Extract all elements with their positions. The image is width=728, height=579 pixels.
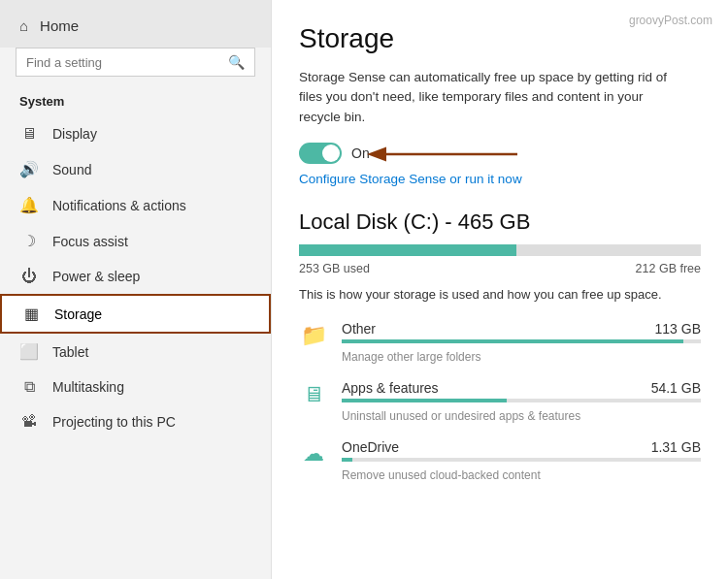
sidebar: ⌂ Home 🔍 System 🖥 Display 🔊 Sound 🔔 Noti… bbox=[0, 0, 272, 579]
sidebar-item-label: Storage bbox=[54, 306, 102, 322]
storage-description: Storage Sense can automatically free up … bbox=[299, 68, 687, 127]
other-details: Other 113 GB Manage other large folders bbox=[342, 321, 701, 365]
apps-header: Apps & features 54.1 GB bbox=[342, 380, 701, 396]
arrow-annotation bbox=[352, 133, 527, 176]
apps-bar-fill bbox=[342, 399, 507, 402]
toggle-label: On bbox=[351, 145, 370, 161]
main-content: groovyPost.com Storage Storage Sense can… bbox=[272, 0, 728, 579]
storage-item-other[interactable]: 📁 Other 113 GB Manage other large folder… bbox=[299, 321, 701, 365]
sidebar-item-multitasking[interactable]: ⧉ Multitasking bbox=[0, 370, 271, 404]
disk-info-text: This is how your storage is used and how… bbox=[299, 285, 701, 305]
sidebar-item-label: Projecting to this PC bbox=[52, 414, 176, 430]
search-input[interactable] bbox=[26, 55, 220, 70]
onedrive-subtitle: Remove unused cloud-backed content bbox=[342, 468, 541, 482]
disk-section-title: Local Disk (C:) - 465 GB bbox=[299, 209, 701, 235]
onedrive-icon: ☁ bbox=[299, 441, 328, 466]
configure-link[interactable]: Configure Storage Sense or run it now bbox=[299, 172, 522, 186]
apps-name: Apps & features bbox=[342, 380, 439, 396]
apps-subtitle: Uninstall unused or undesired apps & fea… bbox=[342, 409, 580, 423]
apps-size: 54.1 GB bbox=[651, 380, 701, 396]
watermark: groovyPost.com bbox=[629, 14, 712, 27]
sidebar-item-notifications[interactable]: 🔔 Notifications & actions bbox=[0, 187, 271, 223]
tablet-icon: ⬜ bbox=[19, 342, 39, 361]
disk-used-label: 253 GB used bbox=[299, 262, 370, 275]
storage-icon: ▦ bbox=[21, 305, 41, 323]
disk-free-label: 212 GB free bbox=[636, 262, 701, 275]
notifications-icon: 🔔 bbox=[19, 196, 39, 214]
disk-usage-bar bbox=[299, 244, 701, 256]
sidebar-item-label: Focus assist bbox=[52, 234, 128, 249]
onedrive-size: 1.31 GB bbox=[651, 439, 701, 455]
onedrive-bar-fill bbox=[342, 458, 352, 462]
onedrive-name: OneDrive bbox=[342, 439, 399, 455]
onedrive-bar bbox=[342, 458, 701, 462]
other-size: 113 GB bbox=[655, 321, 701, 337]
sidebar-item-tablet[interactable]: ⬜ Tablet bbox=[0, 334, 271, 370]
apps-details: Apps & features 54.1 GB Uninstall unused… bbox=[342, 380, 701, 424]
sidebar-item-label: Sound bbox=[52, 162, 91, 177]
other-header: Other 113 GB bbox=[342, 321, 701, 337]
projecting-icon: 📽 bbox=[19, 413, 39, 431]
other-icon: 📁 bbox=[299, 323, 328, 348]
disk-used-bar-fill bbox=[299, 244, 516, 256]
search-icon: 🔍 bbox=[228, 54, 245, 70]
sidebar-item-label: Multitasking bbox=[52, 379, 124, 395]
storage-item-onedrive[interactable]: ☁ OneDrive 1.31 GB Remove unused cloud-b… bbox=[299, 439, 701, 483]
sidebar-item-projecting[interactable]: 📽 Projecting to this PC bbox=[0, 404, 271, 439]
disk-stats: 253 GB used 212 GB free bbox=[299, 262, 701, 275]
toggle-row: On bbox=[299, 143, 701, 164]
sound-icon: 🔊 bbox=[19, 160, 39, 178]
home-icon: ⌂ bbox=[19, 17, 28, 34]
storage-item-apps[interactable]: 🖥 Apps & features 54.1 GB Uninstall unus… bbox=[299, 380, 701, 424]
storage-sense-toggle[interactable] bbox=[299, 143, 342, 164]
onedrive-header: OneDrive 1.31 GB bbox=[342, 439, 701, 455]
sidebar-item-power[interactable]: ⏻ Power & sleep bbox=[0, 259, 271, 294]
sidebar-item-label: Tablet bbox=[52, 344, 88, 360]
sidebar-home[interactable]: ⌂ Home bbox=[0, 0, 271, 48]
apps-bar bbox=[342, 399, 701, 402]
section-label: System bbox=[0, 88, 271, 116]
page-title: Storage bbox=[299, 23, 701, 54]
apps-icon: 🖥 bbox=[299, 382, 328, 407]
onedrive-details: OneDrive 1.31 GB Remove unused cloud-bac… bbox=[342, 439, 701, 483]
power-icon: ⏻ bbox=[19, 268, 39, 285]
other-bar-fill bbox=[342, 339, 683, 343]
other-bar bbox=[342, 339, 701, 343]
sidebar-item-display[interactable]: 🖥 Display bbox=[0, 116, 271, 151]
sidebar-item-focus[interactable]: ☽ Focus assist bbox=[0, 223, 271, 259]
home-label: Home bbox=[40, 17, 79, 34]
display-icon: 🖥 bbox=[19, 125, 39, 143]
sidebar-item-label: Power & sleep bbox=[52, 269, 140, 284]
sidebar-item-label: Notifications & actions bbox=[52, 198, 186, 213]
other-subtitle: Manage other large folders bbox=[342, 350, 480, 364]
search-box[interactable]: 🔍 bbox=[16, 48, 255, 77]
other-name: Other bbox=[342, 321, 376, 337]
sidebar-item-label: Display bbox=[52, 126, 97, 142]
multitasking-icon: ⧉ bbox=[19, 378, 39, 396]
sidebar-item-sound[interactable]: 🔊 Sound bbox=[0, 151, 271, 187]
sidebar-item-storage[interactable]: ▦ Storage bbox=[0, 294, 271, 334]
focus-icon: ☽ bbox=[19, 232, 39, 250]
